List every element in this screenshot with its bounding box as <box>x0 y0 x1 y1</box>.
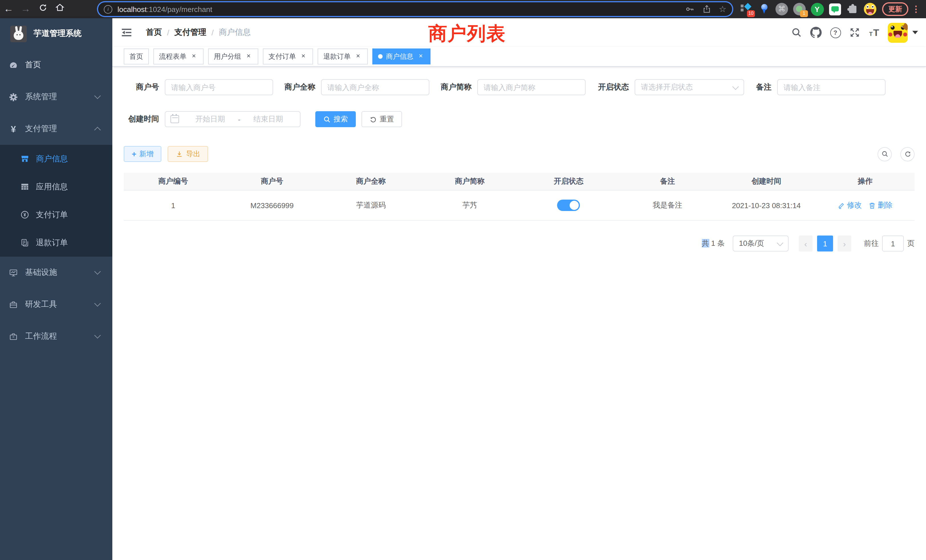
breadcrumb: 首页 / 支付管理 / 商户信息 <box>146 27 251 38</box>
table-row: 1 M233666999 芋道源码 芋艿 我是备注 2021-10-23 08:… <box>124 191 915 220</box>
extension-yapi-icon[interactable]: Y <box>809 2 825 17</box>
fullscreen-icon[interactable] <box>848 26 862 39</box>
sidebar-item-app-info[interactable]: 应用信息 <box>0 173 112 201</box>
prev-page-button[interactable]: ‹ <box>799 236 813 251</box>
chevron-down-icon <box>94 300 101 307</box>
search-button[interactable]: 搜索 <box>315 111 356 127</box>
tag-home[interactable]: 首页 <box>124 48 149 64</box>
filter-status: 开启状态 请选择开启状态 <box>593 79 744 95</box>
date-separator: - <box>238 115 241 123</box>
screen: ← → i localhost:1024/pay/merchant ☆ 10 <box>0 0 926 560</box>
breadcrumb-payment[interactable]: 支付管理 <box>174 27 206 38</box>
refresh-table-icon[interactable] <box>900 147 915 161</box>
browser-home-icon[interactable] <box>51 0 68 18</box>
browser-menu-icon[interactable]: ⋮ <box>912 4 920 14</box>
toggle-search-icon[interactable] <box>878 147 892 161</box>
yen-icon: ¥ <box>9 125 18 133</box>
extensions-puzzle-icon[interactable] <box>845 2 860 17</box>
tag-pay-order[interactable]: 支付订单× <box>263 48 313 64</box>
edit-button[interactable]: 修改 <box>838 200 862 210</box>
close-icon[interactable]: × <box>190 53 198 61</box>
extension-chat-icon[interactable] <box>828 2 842 17</box>
extension-workona-icon[interactable]: 10 <box>739 2 754 17</box>
reset-button[interactable]: 重置 <box>362 111 402 127</box>
filter-row-2: 创建时间 开始日期 - 结束日期 搜索 重置 <box>124 111 915 127</box>
pagination: 共 1 条 10条/页 ‹ 1 › 前往 页 <box>124 236 915 251</box>
user-avatar[interactable] <box>888 23 908 42</box>
cell-remark: 我是备注 <box>618 200 717 210</box>
close-icon[interactable]: × <box>354 53 362 61</box>
status-toggle[interactable] <box>557 200 580 211</box>
close-icon[interactable]: × <box>417 53 425 61</box>
chevron-down-icon <box>94 332 101 339</box>
tag-user-group[interactable]: 用户分组× <box>208 48 258 64</box>
breadcrumb-home[interactable]: 首页 <box>146 27 162 38</box>
sidebar-item-pay-order[interactable]: ¥ 支付订单 <box>0 201 112 229</box>
filter-merchant-short: 商户简称 <box>437 79 586 95</box>
github-icon[interactable] <box>809 26 823 39</box>
address-bar[interactable]: i localhost:1024/pay/merchant ☆ <box>98 2 732 16</box>
merchant-short-input[interactable] <box>477 79 586 95</box>
tag-process-form[interactable]: 流程表单× <box>153 48 204 64</box>
column-header: 操作 <box>816 176 915 186</box>
chevron-down-icon <box>94 93 101 99</box>
shop-icon <box>21 154 29 163</box>
browser-update-button[interactable]: 更新 <box>882 2 908 16</box>
delete-button[interactable]: 删除 <box>869 200 893 210</box>
goto-page-input[interactable] <box>882 236 904 251</box>
remark-input[interactable] <box>777 79 885 95</box>
font-size-icon[interactable]: TT <box>867 26 881 39</box>
export-button[interactable]: 导出 <box>168 146 208 162</box>
sidebar-item-home[interactable]: 首页 <box>0 49 112 81</box>
close-icon[interactable]: × <box>300 53 307 61</box>
share-icon[interactable] <box>702 5 711 14</box>
tag-refund-order[interactable]: 退款订单× <box>318 48 368 64</box>
bookmark-star-icon[interactable]: ☆ <box>719 4 726 14</box>
chevron-down-icon <box>777 239 784 246</box>
add-button[interactable]: + 新增 <box>124 146 161 162</box>
page-size-select[interactable]: 10条/页 <box>733 236 788 251</box>
annotation-merchant-list: 商户列表 <box>428 21 506 47</box>
page-number-button[interactable]: 1 <box>817 236 833 251</box>
toolbox-icon <box>9 300 18 309</box>
status-select[interactable]: 请选择开启状态 <box>635 79 744 95</box>
navbar: 首页 / 支付管理 / 商户信息 ? TT <box>112 18 926 47</box>
app-logo[interactable]: 芋道管理系统 <box>0 18 112 49</box>
extension-recorder-icon[interactable]: 1 <box>792 2 807 17</box>
date-range-picker[interactable]: 开始日期 - 结束日期 <box>165 111 301 127</box>
merchant-name-input[interactable] <box>321 79 429 95</box>
sidebar-item-payment[interactable]: ¥ 支付管理 <box>0 113 112 145</box>
close-icon[interactable]: × <box>245 53 253 61</box>
column-header: 开启状态 <box>519 176 618 186</box>
extension-emoji-icon[interactable] <box>863 2 878 17</box>
merchant-no-input[interactable] <box>165 79 273 95</box>
column-header: 备注 <box>618 176 717 186</box>
page-unit-label: 页 <box>907 238 915 249</box>
toolbar: + 新增 导出 <box>124 146 915 162</box>
sidebar-item-merchant-info[interactable]: 商户信息 <box>0 145 112 173</box>
browser-forward-icon[interactable]: → <box>17 0 34 18</box>
column-header: 商户全称 <box>322 176 421 186</box>
tag-merchant-info[interactable]: 商户信息× <box>372 48 431 64</box>
column-header: 创建时间 <box>717 176 816 186</box>
help-icon[interactable]: ? <box>829 26 842 39</box>
sidebar-toggle-icon[interactable] <box>121 27 132 38</box>
avatar-caret-icon[interactable] <box>912 31 918 34</box>
header-search-icon[interactable] <box>790 26 803 39</box>
sidebar-item-refund-order[interactable]: 退款订单 <box>0 229 112 257</box>
site-info-icon[interactable]: i <box>104 5 112 14</box>
password-key-icon[interactable] <box>685 5 694 14</box>
sidebar-item-dev-tools[interactable]: 研发工具 <box>0 289 112 321</box>
column-header: 商户简称 <box>420 176 519 186</box>
sidebar-item-infrastructure[interactable]: 基础设施 <box>0 257 112 289</box>
filter-remark: 备注 <box>752 79 885 95</box>
browser-back-icon[interactable]: ← <box>0 0 17 18</box>
sidebar-item-system[interactable]: 系统管理 <box>0 81 112 113</box>
extension-pin-icon[interactable] <box>757 2 772 17</box>
svg-text:¥: ¥ <box>24 212 26 217</box>
next-page-button[interactable]: › <box>838 236 851 251</box>
extension-command-icon[interactable]: ⌘ <box>774 2 789 17</box>
browser-refresh-icon[interactable] <box>34 0 51 18</box>
cell-short-name: 芋艿 <box>420 200 519 210</box>
sidebar-item-workflow[interactable]: 工作流程 <box>0 321 112 353</box>
